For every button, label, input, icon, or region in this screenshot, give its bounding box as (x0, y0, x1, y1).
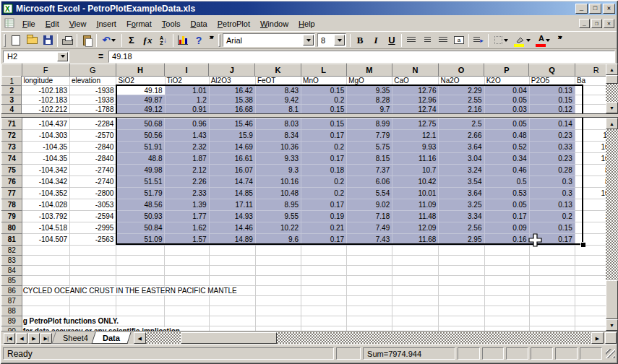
cell-K73[interactable]: 10.36 (255, 142, 301, 153)
cell-P73[interactable]: 0.52 (484, 142, 529, 153)
bold-button[interactable]: B (352, 32, 368, 48)
cell-Q83[interactable] (529, 256, 575, 266)
cell-G76[interactable]: -2740 (70, 176, 116, 188)
cell-M4[interactable]: 9.7 (347, 105, 392, 114)
cell-L78[interactable]: 0.17 (301, 199, 347, 211)
cell-L3[interactable]: 0.2 (301, 95, 347, 105)
cell-I84[interactable] (165, 266, 209, 276)
scrollbar-track[interactable] (606, 129, 618, 280)
cell-N2[interactable]: 12.76 (392, 86, 439, 95)
cell-J83[interactable] (209, 256, 255, 266)
scrollbar-track[interactable] (606, 84, 618, 102)
cell-K85[interactable] (255, 276, 301, 286)
cell-G87[interactable] (70, 296, 116, 306)
cell-P3[interactable]: 0.05 (484, 95, 529, 105)
menu-insert[interactable]: Insert (91, 17, 121, 30)
cell-L86[interactable] (301, 286, 347, 296)
cell-I78[interactable]: 1.39 (165, 199, 209, 211)
cell-F74[interactable]: -104.35 (22, 153, 69, 165)
cell-N85[interactable] (392, 276, 439, 286)
cell-Q4[interactable]: 0.12 (529, 105, 575, 114)
toolbar-drag-handle[interactable] (4, 34, 6, 47)
font-size-dropdown[interactable] (334, 35, 345, 46)
cell-I74[interactable]: 1.87 (165, 153, 209, 165)
cell-F73[interactable]: -104.35 (22, 142, 69, 153)
row-header-86[interactable]: 86 (2, 286, 22, 296)
cell-H74[interactable]: 48.8 (116, 153, 165, 165)
cell-K2[interactable]: 8.43 (255, 86, 301, 95)
cell-H4[interactable]: 49.12 (116, 105, 165, 114)
cell-J78[interactable]: 17.11 (209, 199, 255, 211)
cell-M77[interactable]: 5.54 (347, 188, 392, 199)
tab-scroll-prev-button[interactable]: ◀ (16, 333, 27, 344)
row-header-83[interactable]: 83 (2, 256, 22, 266)
merge-center-button[interactable]: a (451, 32, 467, 48)
cell-O4[interactable]: 2.16 (439, 105, 484, 114)
cell-P75[interactable]: 0.46 (484, 165, 529, 176)
cell-H72[interactable]: 50.56 (116, 130, 165, 142)
cell-F79[interactable]: -103.792 (22, 211, 69, 222)
cell-J73[interactable]: 14.69 (209, 142, 255, 153)
menu-view[interactable]: View (64, 17, 92, 30)
cell-Q73[interactable]: 0.33 (529, 142, 575, 153)
cell-O77[interactable]: 3.64 (439, 188, 484, 199)
cell-G81[interactable]: -2563 (70, 234, 116, 246)
menu-window[interactable]: Window (255, 17, 293, 30)
scrollbar-thumb[interactable] (606, 280, 618, 319)
row-header-71[interactable]: 71 (2, 118, 22, 130)
cell-F84[interactable] (22, 266, 69, 276)
cell-N73[interactable]: 9.93 (392, 142, 439, 153)
menu-data[interactable]: Data (185, 17, 212, 30)
cell-F2[interactable]: -102.183 (22, 86, 69, 95)
scroll-down-button[interactable]: ▼ (606, 319, 618, 331)
cell-P76[interactable]: 0.5 (484, 176, 529, 188)
print-button[interactable] (59, 32, 75, 48)
col-header-L[interactable]: L (301, 64, 346, 77)
col-header-M[interactable]: M (346, 64, 392, 77)
cell-L79[interactable]: 0.19 (301, 211, 347, 222)
cell-P87[interactable] (484, 296, 529, 306)
cell-H79[interactable]: 50.93 (116, 211, 165, 222)
row-header-73[interactable]: 73 (2, 142, 22, 153)
resize-grip[interactable] (606, 349, 615, 358)
italic-button[interactable]: I (368, 32, 384, 48)
cell-I82[interactable] (165, 246, 209, 256)
cell-K76[interactable]: 10.16 (255, 176, 301, 188)
cell-J82[interactable] (209, 246, 255, 256)
col-header-O[interactable]: O (439, 64, 484, 77)
cell-G80[interactable]: -2995 (70, 222, 116, 234)
row-header-1[interactable]: 1 (2, 77, 22, 86)
cell-O75[interactable]: 3.24 (439, 165, 484, 176)
font-size-combo[interactable]: 8 (317, 33, 346, 47)
tab-split-handle[interactable] (605, 332, 617, 344)
cell-P82[interactable] (484, 246, 529, 256)
cell-K87[interactable] (255, 296, 301, 306)
cell-O87[interactable] (439, 296, 484, 306)
cell-K83[interactable] (255, 256, 301, 266)
borders-dropdown-arrow[interactable] (504, 39, 508, 42)
cell-P72[interactable]: 0.48 (484, 130, 529, 142)
cell-F78[interactable]: -104.028 (22, 199, 69, 211)
cell-N89[interactable] (392, 316, 439, 326)
cell-N87[interactable] (392, 296, 439, 306)
workbook-minimize-button[interactable]: _ (579, 19, 590, 28)
sort-ascending-button[interactable]: AZ ↓ (155, 32, 171, 48)
more-buttons-chevron[interactable]: » (207, 34, 216, 47)
cell-J3[interactable]: 15.38 (209, 95, 255, 105)
cell-K74[interactable]: 9.33 (255, 153, 301, 165)
cell-H71[interactable]: 50.68 (116, 118, 165, 130)
cell-H73[interactable]: 51.91 (116, 142, 165, 153)
cell-K3[interactable]: 9.42 (255, 95, 301, 105)
cell-F86[interactable]: CYCLED OCEANIC CRUST IN THE EASTERN PACI… (22, 286, 69, 296)
scroll-up-button[interactable]: ▲ (606, 118, 618, 129)
cell-M89[interactable] (347, 316, 392, 326)
cell-L85[interactable] (301, 276, 347, 286)
workbook-icon[interactable] (4, 18, 15, 28)
cell-N3[interactable]: 12.96 (392, 95, 439, 105)
col-header-H[interactable]: H (116, 64, 164, 77)
row-header-78[interactable]: 78 (2, 199, 22, 211)
cell-M72[interactable]: 7.79 (347, 130, 392, 142)
cell-G82[interactable] (70, 246, 116, 256)
name-box-dropdown[interactable] (57, 52, 68, 61)
row-header-82[interactable]: 82 (2, 246, 22, 256)
